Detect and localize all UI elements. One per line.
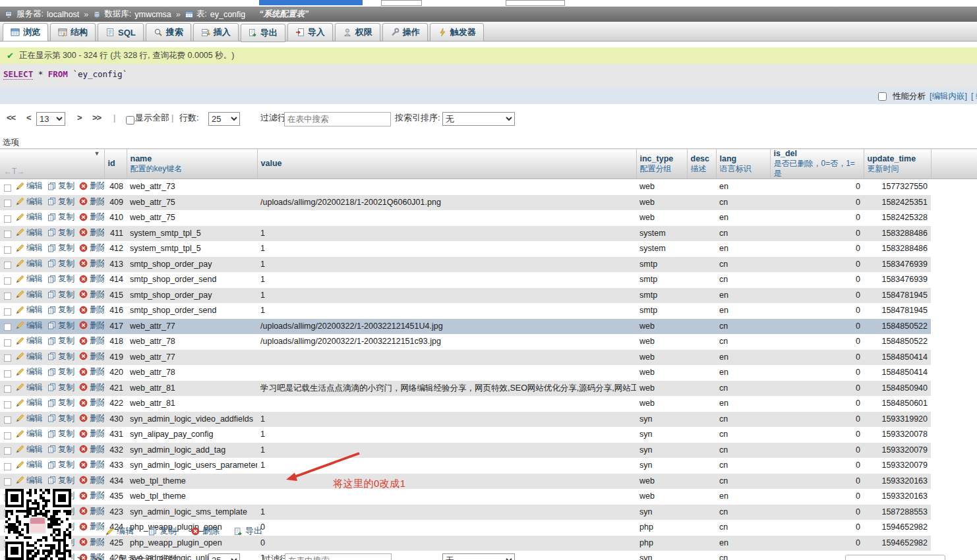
row-checkbox[interactable] [4, 385, 12, 393]
tab-triggers[interactable]: 触发器 [430, 23, 484, 42]
row-edit-link[interactable]: 编辑 [16, 319, 43, 333]
row-copy-link[interactable]: 复制 [47, 412, 74, 426]
row-copy-link[interactable]: 复制 [47, 474, 74, 488]
rows-select[interactable]: 25 [208, 553, 240, 560]
column-header-lang[interactable]: lang语言标识 [716, 149, 770, 179]
selected-export-link[interactable]: 导出 [234, 525, 262, 537]
row-edit-link[interactable]: 编辑 [16, 241, 43, 255]
tab-operations[interactable]: 操作 [382, 23, 428, 42]
row-delete-link[interactable]: 删除 [79, 474, 104, 488]
tab-insert[interactable]: 插入 [193, 23, 239, 42]
row-delete-link[interactable]: 删除 [79, 288, 104, 302]
tab-export[interactable]: 导出 [241, 24, 285, 42]
selected-edit-link[interactable]: 编辑 [105, 525, 134, 537]
row-delete-link[interactable]: 删除 [79, 396, 104, 410]
tab-privileges[interactable]: 权限 [335, 23, 380, 42]
row-checkbox[interactable] [4, 447, 12, 455]
edit-inline-link[interactable]: [编辑内嵌] [930, 91, 967, 102]
column-header-desc[interactable]: desc描述 [687, 149, 716, 179]
row-checkbox[interactable] [4, 339, 12, 347]
row-edit-link[interactable]: 编辑 [16, 350, 43, 364]
breadcrumb-db-link[interactable]: ymwcmsa [134, 10, 171, 19]
row-edit-link[interactable]: 编辑 [16, 381, 43, 395]
row-checkbox[interactable] [4, 432, 12, 439]
row-edit-link[interactable]: 编辑 [16, 288, 43, 302]
row-delete-link[interactable]: 删除 [79, 412, 104, 426]
row-edit-link[interactable]: 编辑 [16, 226, 43, 240]
row-copy-link[interactable]: 复制 [47, 334, 74, 348]
rows-select[interactable]: 25 [208, 112, 240, 126]
row-copy-link[interactable]: 复制 [47, 179, 74, 193]
column-header-inc_type[interactable]: inc_type配置分组 [636, 149, 687, 179]
row-copy-link[interactable]: 复制 [47, 350, 74, 364]
row-checkbox[interactable] [4, 184, 12, 192]
column-header-id[interactable]: id [104, 149, 127, 179]
options-chevron-down-icon[interactable]: ▼ [94, 150, 100, 157]
filter-rows-input[interactable] [284, 112, 391, 126]
selected-copy-link[interactable]: 复制 [148, 525, 177, 537]
column-header-is_del[interactable]: is_del是否已删除，0=否，1=是 [770, 149, 864, 179]
sort-by-key-select[interactable]: 无 [442, 112, 515, 126]
row-copy-link[interactable]: 复制 [47, 443, 74, 457]
row-copy-link[interactable]: 复制 [47, 272, 74, 286]
column-header-name[interactable]: name配置的key键名 [127, 149, 257, 179]
options-toggle[interactable]: 选项 [3, 137, 19, 148]
page-last-button[interactable]: >> [92, 111, 101, 125]
row-delete-link[interactable]: 删除 [79, 226, 104, 240]
tab-structure[interactable]: 结构 [50, 23, 96, 42]
row-checkbox[interactable] [4, 416, 12, 424]
row-copy-link[interactable]: 复制 [47, 288, 74, 302]
row-checkbox[interactable] [4, 246, 12, 254]
row-delete-link[interactable]: 删除 [79, 319, 104, 333]
row-edit-link[interactable]: 编辑 [16, 412, 43, 426]
row-edit-link[interactable]: 编辑 [16, 272, 43, 286]
row-delete-link[interactable]: 删除 [79, 443, 104, 457]
row-delete-link[interactable]: 删除 [79, 241, 104, 255]
row-edit-link[interactable]: 编辑 [16, 396, 43, 410]
row-checkbox[interactable] [4, 462, 12, 470]
row-checkbox[interactable] [4, 262, 12, 269]
row-delete-link[interactable]: 删除 [79, 257, 104, 271]
row-copy-link[interactable]: 复制 [47, 381, 74, 395]
selected-delete-link[interactable]: 删除 [191, 525, 220, 537]
row-delete-link[interactable]: 删除 [79, 272, 104, 286]
row-edit-link[interactable]: 编辑 [16, 474, 43, 488]
tab-sql[interactable]: SQL [98, 23, 144, 42]
transpose-icon[interactable]: ←T→ [4, 167, 24, 176]
row-checkbox[interactable] [4, 401, 12, 408]
row-edit-link[interactable]: 编辑 [16, 458, 43, 472]
row-copy-link[interactable]: 复制 [47, 303, 74, 317]
row-checkbox[interactable] [4, 478, 12, 486]
row-delete-link[interactable]: 删除 [79, 381, 104, 395]
row-delete-link[interactable]: 删除 [79, 458, 104, 472]
row-copy-link[interactable]: 复制 [47, 396, 74, 410]
row-delete-link[interactable]: 删除 [79, 179, 104, 193]
row-delete-link[interactable]: 删除 [79, 427, 104, 441]
row-copy-link[interactable]: 复制 [47, 458, 74, 472]
row-copy-link[interactable]: 复制 [47, 210, 74, 224]
row-edit-link[interactable]: 编辑 [16, 303, 43, 317]
bottom-right-select-fragment[interactable] [845, 555, 945, 560]
row-copy-link[interactable]: 复制 [47, 195, 74, 209]
page-next-button[interactable]: > [77, 552, 82, 560]
page-select[interactable]: 13 [36, 112, 65, 126]
row-checkbox[interactable] [4, 323, 12, 331]
row-delete-link[interactable]: 删除 [79, 489, 104, 503]
row-checkbox[interactable] [4, 354, 12, 362]
row-edit-link[interactable]: 编辑 [16, 257, 43, 271]
row-copy-link[interactable]: 复制 [47, 257, 74, 271]
page-prev-button[interactable]: < [26, 111, 31, 125]
breadcrumb-table-link[interactable]: ey_config [210, 10, 246, 19]
page-first-button[interactable]: << [7, 111, 15, 125]
edit-link[interactable]: [ 编辑 ] [971, 91, 977, 102]
filter-rows-input[interactable] [285, 553, 392, 560]
row-checkbox[interactable] [4, 215, 12, 223]
row-delete-link[interactable]: 删除 [79, 365, 104, 379]
row-checkbox[interactable] [4, 370, 12, 378]
row-edit-link[interactable]: 编辑 [16, 365, 43, 379]
column-header-update_time[interactable]: update_time更新时间 [864, 149, 931, 179]
row-edit-link[interactable]: 编辑 [16, 334, 43, 348]
row-copy-link[interactable]: 复制 [47, 427, 74, 441]
row-delete-link[interactable]: 删除 [79, 334, 104, 348]
sort-by-key-select[interactable]: 无 [442, 553, 515, 560]
